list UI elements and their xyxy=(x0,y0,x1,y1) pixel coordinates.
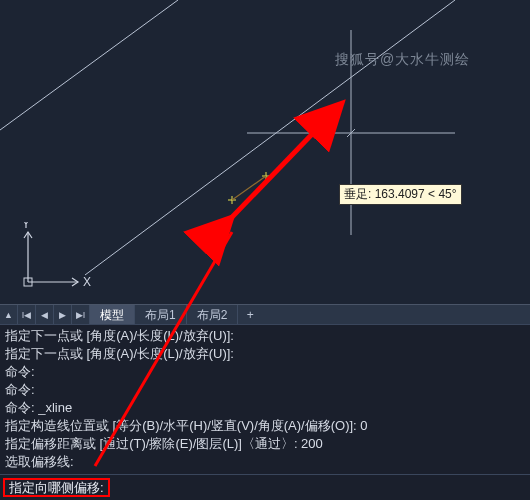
command-input[interactable] xyxy=(110,479,530,497)
tab-add-button[interactable]: + xyxy=(238,305,262,324)
cmdlog-line: 选取偏移线: xyxy=(5,453,525,471)
command-history[interactable]: 指定下一点或 [角度(A)/长度(L)/放弃(U)]: 指定下一点或 [角度(A… xyxy=(0,324,530,474)
coord-tooltip: 垂足: 163.4097 < 45° xyxy=(339,184,462,205)
svg-line-0 xyxy=(85,0,455,275)
svg-text:Y: Y xyxy=(22,222,30,231)
layout-tabbar: ▲ I◀ ◀ ▶ ▶I 模型 布局1 布局2 + xyxy=(0,304,530,324)
cmdlog-line: 命令: xyxy=(5,381,525,399)
cmdlog-line: 指定构造线位置或 [等分(B)/水平(H)/竖直(V)/角度(A)/偏移(O)]… xyxy=(5,417,525,435)
cmdlog-line: 命令: _xline xyxy=(5,399,525,417)
ucs-icon: X Y xyxy=(18,222,98,302)
tab-first-icon[interactable]: I◀ xyxy=(18,305,36,324)
cad-viewport[interactable]: 垂足: 163.4097 < 45° 搜狐号@大水牛测绘 X Y xyxy=(0,0,530,305)
svg-line-1 xyxy=(0,0,178,130)
svg-text:X: X xyxy=(83,275,91,289)
cmdlog-line: 指定偏移距离或 [通过(T)/擦除(E)/图层(L)]〈通过〉: 200 xyxy=(5,435,525,453)
tab-layout1[interactable]: 布局1 xyxy=(135,305,187,324)
watermark-text: 搜狐号@大水牛测绘 xyxy=(335,51,470,69)
tab-next-icon[interactable]: ▶ xyxy=(54,305,72,324)
tab-model[interactable]: 模型 xyxy=(90,305,135,324)
command-prompt: 指定向哪侧偏移: xyxy=(3,478,110,497)
command-line: 指定向哪侧偏移: xyxy=(0,474,530,500)
svg-line-9 xyxy=(232,176,266,200)
cmdlog-line: 指定下一点或 [角度(A)/长度(L)/放弃(U)]: xyxy=(5,327,525,345)
tab-collapse-icon[interactable]: ▲ xyxy=(0,305,18,324)
cmdlog-line: 指定下一点或 [角度(A)/长度(L)/放弃(U)]: xyxy=(5,345,525,363)
tab-layout2[interactable]: 布局2 xyxy=(187,305,239,324)
cmdlog-line: 命令: xyxy=(5,363,525,381)
tab-last-icon[interactable]: ▶I xyxy=(72,305,90,324)
tab-prev-icon[interactable]: ◀ xyxy=(36,305,54,324)
